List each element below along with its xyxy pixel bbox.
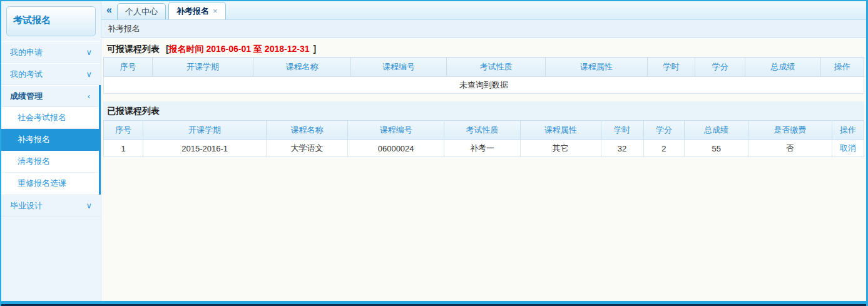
grade-management-submenu: 社会考试报名 补考报名 清考报名 重修报名选课 xyxy=(1,107,99,195)
chevron-down-icon: ∨ xyxy=(86,48,92,57)
col-header: 课程编号 xyxy=(350,58,446,77)
cell-course-name: 大学语文 xyxy=(267,140,348,157)
col-header: 开课学期 xyxy=(152,58,253,77)
cell-action: 取消 xyxy=(832,140,864,157)
col-header: 课程编号 xyxy=(348,121,444,140)
registered-courses-label: 已报课程列表 xyxy=(103,101,864,120)
empty-row: 未查询到数据 xyxy=(104,77,864,94)
col-header: 课程属性 xyxy=(520,121,601,140)
sidebar-item-label: 成绩管理 xyxy=(10,91,43,102)
main-content: « 个人中心 补考报名 × 补考报名 可报课程列表 [报名时间 2016-06-… xyxy=(101,1,866,301)
col-header: 考试性质 xyxy=(444,121,521,140)
page-title: 补考报名 xyxy=(101,20,866,38)
col-header: 总成绩 xyxy=(745,58,820,77)
cell-credits: 2 xyxy=(643,140,685,157)
sidebar-item-retake-course-selection[interactable]: 重修报名选课 xyxy=(1,173,99,195)
col-header: 学时 xyxy=(647,58,695,77)
cell-course-attr: 其它 xyxy=(520,140,601,157)
sidebar-item-label: 我的考试 xyxy=(10,69,43,80)
available-courses-section: 可报课程列表 [报名时间 2016-06-01 至 2018-12-31] xyxy=(103,42,864,57)
tab-label: 个人中心 xyxy=(125,6,158,18)
sidebar-menu: 我的申请 ∨ 我的考试 ∨ 成绩管理 ‹ 社会考试报名 补考报名 清考报名 xyxy=(1,41,101,217)
col-header: 学时 xyxy=(601,121,643,140)
col-header: 课程属性 xyxy=(545,58,647,77)
col-header: 考试性质 xyxy=(446,58,545,77)
col-header: 课程名称 xyxy=(267,121,348,140)
sidebar-title: 考试报名 xyxy=(6,6,96,36)
table-row: 1 2015-2016-1 大学语文 06000024 补考一 其它 32 2 … xyxy=(104,140,864,157)
registration-period-close: ] xyxy=(313,44,316,54)
collapse-sidebar-button[interactable]: « xyxy=(106,4,112,16)
window-bottom-border xyxy=(1,301,866,306)
cell-score: 55 xyxy=(685,140,748,157)
col-header: 操作 xyxy=(820,58,864,77)
sidebar-item-label: 毕业设计 xyxy=(10,200,43,212)
sidebar: 考试报名 我的申请 ∨ 我的考试 ∨ 成绩管理 ‹ 社会考试报名 xyxy=(1,1,101,301)
sidebar-item-graduation-design[interactable]: 毕业设计 ∨ xyxy=(1,195,101,217)
table-header-row: 序号 开课学期 课程名称 课程编号 考试性质 课程属性 学时 学分 总成绩 操作 xyxy=(104,58,864,77)
chevron-down-icon: ∨ xyxy=(86,201,92,210)
table-header-row: 序号 开课学期 课程名称 课程编号 考试性质 课程属性 学时 学分 总成绩 是否… xyxy=(104,121,864,140)
sidebar-item-makeup-exam-registration[interactable]: 补考报名 xyxy=(1,129,99,151)
cell-exam-type: 补考一 xyxy=(444,140,521,157)
col-header: 学分 xyxy=(643,121,685,140)
cell-term: 2015-2016-1 xyxy=(143,140,267,157)
cell-course-code: 06000024 xyxy=(348,140,444,157)
col-header: 序号 xyxy=(104,121,143,140)
tab-makeup-exam-registration[interactable]: 补考报名 × xyxy=(168,2,226,19)
chevron-down-icon: ∨ xyxy=(86,69,92,79)
app-window: 考试报名 我的申请 ∨ 我的考试 ∨ 成绩管理 ‹ 社会考试报名 xyxy=(0,0,868,306)
col-header: 是否缴费 xyxy=(748,121,832,140)
grade-management-group: 成绩管理 ‹ 社会考试报名 补考报名 清考报名 重修报名选课 xyxy=(1,85,101,195)
available-courses-table: 序号 开课学期 课程名称 课程编号 考试性质 课程属性 学时 学分 总成绩 操作 xyxy=(103,57,864,94)
sidebar-item-label: 我的申请 xyxy=(10,47,43,58)
col-header: 序号 xyxy=(104,58,153,77)
sidebar-item-grade-management[interactable]: 成绩管理 ‹ xyxy=(1,85,99,107)
sidebar-item-my-exams[interactable]: 我的考试 ∨ xyxy=(1,63,101,85)
tab-bar: « 个人中心 补考报名 × xyxy=(101,1,866,20)
col-header: 总成绩 xyxy=(685,121,748,140)
registration-period: 报名时间 2016-06-01 至 2018-12-31 xyxy=(169,44,310,54)
sidebar-item-social-exam-registration[interactable]: 社会考试报名 xyxy=(1,107,99,129)
col-header: 学分 xyxy=(695,58,745,77)
col-header: 开课学期 xyxy=(143,121,267,140)
tab-personal-center[interactable]: 个人中心 xyxy=(117,3,166,19)
tab-label: 补考报名 xyxy=(176,6,209,17)
sidebar-item-my-applications[interactable]: 我的申请 ∨ xyxy=(1,41,101,63)
sidebar-item-clearance-exam-registration[interactable]: 清考报名 xyxy=(1,151,99,173)
cell-seq: 1 xyxy=(104,140,143,157)
available-courses-label: 可报课程列表 xyxy=(107,44,160,54)
no-data-message: 未查询到数据 xyxy=(104,77,864,94)
close-icon[interactable]: × xyxy=(213,6,218,16)
content-body: 可报课程列表 [报名时间 2016-06-01 至 2018-12-31] 序号… xyxy=(101,38,866,301)
col-header: 课程名称 xyxy=(253,58,351,77)
cell-paid: 否 xyxy=(748,140,832,157)
registered-courses-table: 序号 开课学期 课程名称 课程编号 考试性质 课程属性 学时 学分 总成绩 是否… xyxy=(103,120,864,157)
cell-hours: 32 xyxy=(601,140,643,157)
col-header: 操作 xyxy=(832,121,864,140)
chevron-left-icon: ‹ xyxy=(88,91,90,101)
cancel-link[interactable]: 取消 xyxy=(840,143,856,153)
